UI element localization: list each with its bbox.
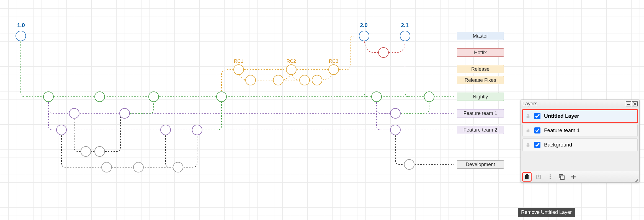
layer-visibility-checkbox[interactable] [534,142,540,148]
resize-grip[interactable] [634,178,638,182]
layer-name: Feature team 1 [544,127,580,133]
svg-rect-40 [525,176,529,179]
svg-point-24 [69,108,79,118]
layer-visibility-checkbox[interactable] [534,127,540,133]
layer-name: Background [544,142,572,148]
svg-point-14 [246,75,256,85]
duplicate-layer-button[interactable] [558,173,566,181]
more-options-button[interactable] [546,173,554,181]
svg-point-18 [43,92,53,102]
close-icon[interactable] [632,101,638,106]
layer-row-untitled[interactable]: Untitled Layer [522,110,638,122]
version-tag-2.0: 2.0 [360,22,368,28]
layer-row-feature-team-1[interactable]: Feature team 1 [522,124,638,137]
svg-point-30 [390,125,400,135]
layer-row-background[interactable]: Background [522,138,638,151]
svg-point-9 [400,31,410,41]
branch-label-nightly[interactable]: Nightly [457,93,504,101]
branch-label-release-fixes[interactable]: Release Fixes [457,76,504,84]
plus-icon [571,174,576,180]
branch-label-feature-2[interactable]: Feature team 2 [457,126,504,134]
minimize-icon[interactable] [626,101,631,106]
layers-panel-footer [521,171,639,182]
svg-point-21 [217,92,226,102]
svg-point-23 [424,92,434,102]
unlock-icon [525,142,530,147]
rc-tag-1: RC1 [234,59,243,64]
version-tag-2.1: 2.1 [401,22,409,28]
layers-list: Untitled Layer Feature team 1 Background [521,108,639,171]
svg-point-8 [359,31,369,41]
svg-point-12 [286,65,296,75]
svg-point-19 [95,92,105,102]
svg-point-33 [102,162,112,172]
layer-visibility-checkbox[interactable] [534,113,540,119]
svg-point-34 [133,162,143,172]
svg-point-26 [390,108,400,118]
svg-point-10 [378,48,388,57]
layer-name: Untitled Layer [544,113,579,119]
svg-point-16 [300,75,310,85]
svg-point-25 [120,108,130,118]
svg-point-46 [550,178,551,179]
svg-point-29 [192,125,202,135]
svg-point-13 [329,65,339,75]
branch-label-feature-1[interactable]: Feature team 1 [457,109,504,117]
branch-label-development[interactable]: Development [457,160,504,169]
kebab-icon [549,174,551,180]
svg-point-11 [234,65,244,75]
rc-tag-3: RC3 [329,59,338,64]
trash-icon [524,174,530,180]
branch-label-hotfix[interactable]: Hotfix [457,48,504,57]
svg-point-17 [312,75,322,85]
svg-rect-37 [627,104,630,105]
svg-point-28 [161,125,171,135]
svg-point-31 [81,146,91,156]
svg-point-35 [173,162,183,172]
unlock-icon [525,128,530,133]
svg-rect-48 [561,176,564,179]
delete-layer-button[interactable] [523,173,531,181]
export-layer-button[interactable] [535,173,542,181]
branch-label-release[interactable]: Release [457,65,504,73]
svg-point-20 [149,92,159,102]
svg-point-22 [372,92,382,102]
version-tag-1.0: 1.0 [17,22,25,28]
add-layer-button[interactable] [570,173,577,181]
svg-rect-42 [526,174,528,175]
svg-point-32 [95,146,105,156]
svg-point-27 [56,125,66,135]
svg-point-36 [404,159,414,169]
export-icon [536,174,541,180]
svg-point-45 [550,176,551,177]
layers-panel-header[interactable]: Layers [521,100,639,108]
svg-point-7 [16,31,26,41]
layers-panel-title: Layers [522,101,537,107]
svg-rect-41 [525,175,529,176]
svg-point-44 [550,174,551,176]
tooltip: Remove Untitled Layer [518,208,575,217]
duplicate-icon [559,174,565,180]
svg-rect-47 [559,174,563,178]
svg-point-15 [273,75,283,85]
rc-tag-2: RC2 [287,59,296,64]
branch-label-master[interactable]: Master [457,32,504,40]
unlock-icon [525,114,530,119]
layers-panel[interactable]: Layers Untitled Layer Feature team 1 Bac… [521,99,640,183]
